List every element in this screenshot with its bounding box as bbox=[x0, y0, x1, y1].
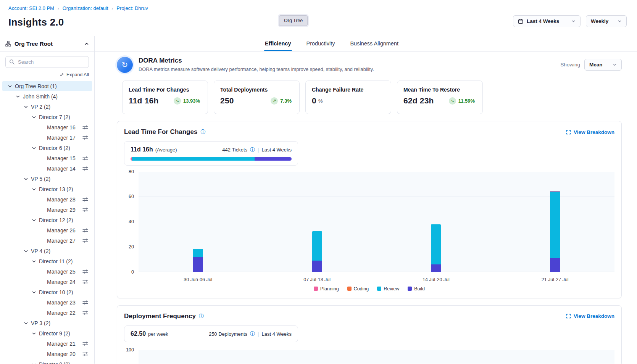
info-icon[interactable]: ⓘ bbox=[199, 313, 204, 320]
chevron-down-icon[interactable] bbox=[24, 321, 28, 325]
filter-icon[interactable] bbox=[82, 228, 88, 233]
date-range-value: Last 4 Weeks bbox=[527, 18, 559, 24]
chart-bar-14-jul-20-jul[interactable] bbox=[431, 224, 441, 272]
legend-item-coding[interactable]: Coding bbox=[347, 285, 369, 293]
chevron-down-icon bbox=[571, 19, 576, 23]
tree-item-manager-25[interactable]: Manager 25 bbox=[2, 266, 92, 277]
org-tree: Org Tree Root (1)John Smith (4)VP 2 (2)D… bbox=[0, 81, 94, 364]
filter-icon[interactable] bbox=[82, 156, 88, 161]
chevron-down-icon[interactable] bbox=[16, 94, 20, 99]
tree-item-manager-20[interactable]: Manager 20 bbox=[2, 349, 92, 359]
tree-item-manager-23[interactable]: Manager 23 bbox=[2, 297, 92, 308]
chevron-down-icon[interactable] bbox=[32, 290, 36, 295]
tree-item-vp-3-2[interactable]: VP 3 (2) bbox=[2, 318, 92, 328]
legend-item-planning[interactable]: Planning bbox=[314, 285, 339, 293]
chevron-down-icon[interactable] bbox=[32, 146, 36, 150]
info-icon[interactable]: ⓘ bbox=[250, 147, 255, 153]
tree-item-manager-15[interactable]: Manager 15 bbox=[2, 153, 92, 163]
chart-bar-07-jul-13-jul[interactable] bbox=[312, 231, 322, 272]
expand-all-button[interactable]: Expand All bbox=[0, 68, 94, 80]
tree-item-director-11-2[interactable]: Director 11 (2) bbox=[2, 256, 92, 266]
tree-item-director-7-2[interactable]: Director 7 (2) bbox=[2, 112, 92, 122]
tab-business-alignment[interactable]: Business Alignment bbox=[349, 36, 399, 51]
filter-icon[interactable] bbox=[82, 269, 88, 274]
chevron-up-icon[interactable] bbox=[84, 42, 89, 46]
chevron-down-icon[interactable] bbox=[24, 249, 28, 253]
search-input[interactable] bbox=[5, 56, 89, 68]
org-tree-chip[interactable]: Org Tree bbox=[279, 15, 308, 26]
tree-item-director-6-2[interactable]: Director 6 (2) bbox=[2, 143, 92, 153]
y-tick-label: 40 bbox=[129, 219, 134, 224]
legend-item-build[interactable]: Build bbox=[408, 285, 425, 293]
tree-item-manager-17[interactable]: Manager 17 bbox=[2, 132, 92, 143]
granularity-select[interactable]: Weekly bbox=[586, 15, 627, 27]
y-tick-label: 100 bbox=[126, 347, 134, 353]
tree-item-manager-29[interactable]: Manager 29 bbox=[2, 205, 92, 215]
tree-item-label: John Smith (4) bbox=[23, 93, 58, 100]
tickets-count: 442 Tickets bbox=[222, 147, 247, 153]
chevron-down-icon[interactable] bbox=[32, 187, 36, 192]
tree-item-director-9-2[interactable]: Director 9 (2) bbox=[2, 328, 92, 338]
tree-item-vp-5-2[interactable]: VP 5 (2) bbox=[2, 174, 92, 184]
deployment-view-breakdown[interactable]: View Breakdown bbox=[566, 313, 614, 319]
breadcrumb-link-organization[interactable]: Organization: default bbox=[63, 5, 108, 11]
tree-item-director-10-2[interactable]: Director 10 (2) bbox=[2, 287, 92, 297]
chevron-down-icon[interactable] bbox=[32, 331, 36, 336]
chevron-down-icon[interactable] bbox=[8, 84, 12, 89]
chevron-down-icon[interactable] bbox=[32, 115, 36, 119]
chevron-down-icon[interactable] bbox=[24, 105, 28, 109]
tree-item-manager-21[interactable]: Manager 21 bbox=[2, 338, 92, 349]
tree-item-vp-2-2[interactable]: VP 2 (2) bbox=[2, 101, 92, 112]
tree-item-manager-27[interactable]: Manager 27 bbox=[2, 235, 92, 246]
filter-icon[interactable] bbox=[82, 197, 88, 202]
expand-all-label: Expand All bbox=[66, 72, 89, 77]
tree-item-director-8-2[interactable]: Director 8 (2) bbox=[2, 359, 92, 364]
info-icon[interactable]: ⓘ bbox=[200, 129, 205, 135]
tab-efficiency[interactable]: Efficiency bbox=[264, 36, 292, 51]
chart-bar-21-jul-27-jul[interactable] bbox=[550, 191, 560, 272]
trend-down-icon: ↘ bbox=[174, 97, 181, 105]
lead-time-view-breakdown[interactable]: View Breakdown bbox=[566, 129, 614, 135]
legend-swatch bbox=[314, 287, 318, 291]
filter-icon[interactable] bbox=[82, 341, 88, 346]
chart-bar-30-jun-06-jul[interactable] bbox=[193, 249, 203, 272]
tree-item-org-tree-root-1[interactable]: Org Tree Root (1) bbox=[2, 81, 92, 91]
metric-card-value: 11d 16h bbox=[129, 96, 158, 105]
tree-item-director-12-2[interactable]: Director 12 (2) bbox=[2, 215, 92, 225]
tree-item-manager-22[interactable]: Manager 22 bbox=[2, 308, 92, 318]
filter-icon[interactable] bbox=[82, 310, 88, 316]
tree-item-vp-4-2[interactable]: VP 4 (2) bbox=[2, 246, 92, 256]
breadcrumb-link-project[interactable]: Project: Dhruv bbox=[116, 5, 148, 11]
tab-productivity[interactable]: Productivity bbox=[306, 36, 336, 51]
filter-icon[interactable] bbox=[82, 351, 88, 357]
info-icon[interactable]: ⓘ bbox=[250, 330, 255, 337]
tree-item-manager-14[interactable]: Manager 14 bbox=[2, 163, 92, 174]
filter-icon[interactable] bbox=[82, 300, 88, 305]
tree-item-manager-26[interactable]: Manager 26 bbox=[2, 225, 92, 235]
tree-item-label: Director 12 (2) bbox=[39, 217, 73, 223]
breadcrumb-link-account[interactable]: Account: SEI 2.0 PM bbox=[8, 5, 54, 11]
tree-item-john-smith-4[interactable]: John Smith (4) bbox=[2, 91, 92, 101]
trend-delta: 7.3% bbox=[280, 98, 292, 104]
filter-icon[interactable] bbox=[82, 207, 88, 213]
tree-item-label: Manager 27 bbox=[47, 238, 76, 244]
date-range-select[interactable]: Last 4 Weeks bbox=[513, 15, 581, 27]
filter-icon[interactable] bbox=[82, 279, 88, 285]
tree-item-manager-24[interactable]: Manager 24 bbox=[2, 277, 92, 287]
tree-item-manager-16[interactable]: Manager 16 bbox=[2, 122, 92, 132]
chevron-down-icon[interactable] bbox=[32, 259, 36, 264]
tree-item-director-13-2[interactable]: Director 13 (2) bbox=[2, 184, 92, 194]
legend-item-review[interactable]: Review bbox=[377, 285, 399, 293]
chevron-down-icon[interactable] bbox=[24, 177, 28, 181]
filter-icon[interactable] bbox=[82, 238, 88, 243]
chevron-down-icon[interactable] bbox=[32, 218, 36, 222]
filter-icon[interactable] bbox=[82, 125, 88, 130]
filter-icon[interactable] bbox=[82, 166, 88, 171]
lead-time-summary-card: 11d 16h (Average) 442 Tickets ⓘ | Last 4… bbox=[124, 141, 298, 166]
tree-item-manager-28[interactable]: Manager 28 bbox=[2, 194, 92, 205]
filter-icon[interactable] bbox=[82, 135, 88, 140]
metric-card-label: Change Failure Rate bbox=[312, 87, 385, 93]
chevron-down-icon[interactable] bbox=[32, 362, 36, 364]
showing-select[interactable]: Mean bbox=[584, 59, 622, 71]
org-tree-panel-header[interactable]: Org Tree Root bbox=[0, 36, 95, 51]
